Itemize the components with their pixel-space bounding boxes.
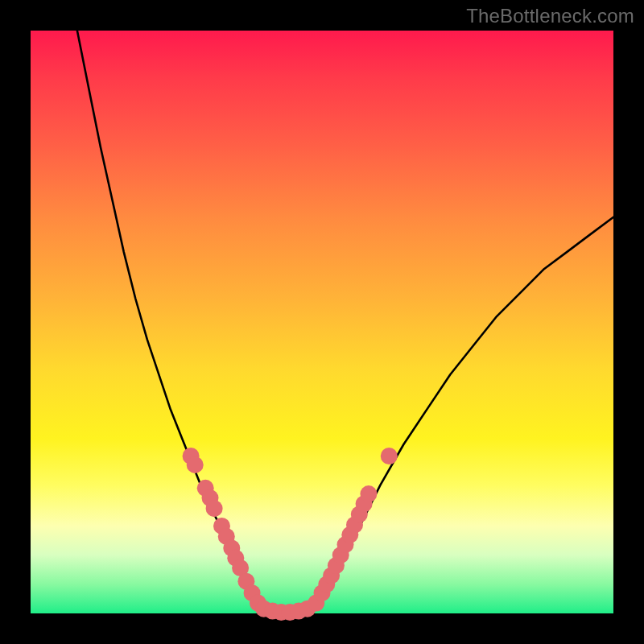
- chart-plot-area: [31, 31, 613, 613]
- chart-frame: TheBottleneck.com: [0, 0, 644, 644]
- data-point: [187, 456, 204, 473]
- data-point: [206, 500, 223, 517]
- curve-layer: [77, 31, 613, 613]
- scatter-layer: [183, 448, 398, 621]
- chart-svg: [31, 31, 613, 613]
- data-point: [360, 485, 377, 502]
- curve-left-curve: [77, 31, 261, 608]
- data-point: [381, 448, 398, 464]
- watermark-text: TheBottleneck.com: [466, 5, 634, 27]
- curve-right-curve: [313, 217, 613, 608]
